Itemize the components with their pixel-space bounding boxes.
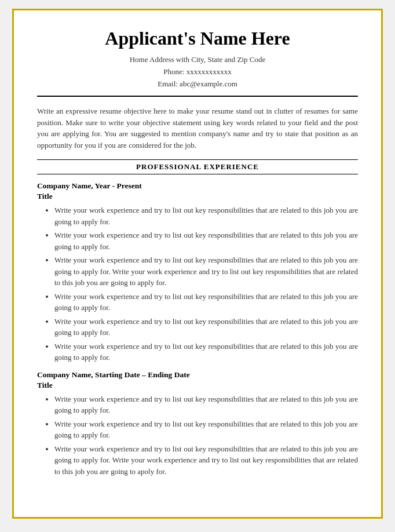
responsibilities-list-1: Write your work experience and try to li… (49, 205, 358, 363)
job-title-1: Title (37, 192, 358, 201)
company-name-1: Company Name, Year - Present (37, 181, 358, 191)
responsibilities-list-2: Write your work experience and try to li… (49, 393, 358, 478)
company-entry-2: Company Name, Starting Date – Ending Dat… (37, 370, 358, 478)
experience-section: Company Name, Year - Present Title Write… (37, 181, 358, 477)
list-item: Write your work experience and try to li… (54, 316, 358, 338)
header-divider (37, 96, 358, 97)
header-section: Applicant's Name Here Home Address with … (37, 28, 358, 90)
phone-line: Phone: xxxxxxxxxxxx (37, 66, 358, 78)
applicant-name: Applicant's Name Here (37, 28, 358, 49)
objective-section: Write an expressive resume objective her… (37, 105, 358, 151)
list-item: Write your work experience and try to li… (54, 229, 358, 252)
address-line: Home Address with City, State and Zip Co… (37, 54, 358, 66)
list-item: Write your work experience and try to li… (54, 393, 358, 416)
list-item: Write your work experience and try to li… (54, 418, 358, 441)
job-title-2: Title (37, 381, 358, 390)
list-item: Write your work experience and try to li… (54, 341, 358, 363)
list-item: Write your work experience and try to li… (54, 254, 358, 289)
company-name-2: Company Name, Starting Date – Ending Dat… (37, 370, 358, 380)
company-entry-1: Company Name, Year - Present Title Write… (37, 181, 358, 363)
professional-experience-header: PROFESSIONAL EXPERIENCE (37, 159, 358, 174)
list-item: Write your work experience and try to li… (54, 205, 358, 227)
email-line: Email: abc@example.com (37, 78, 358, 90)
list-item: Write your work experience and try to li… (54, 291, 358, 314)
resume-document: Applicant's Name Here Home Address with … (12, 9, 383, 519)
contact-info: Home Address with City, State and Zip Co… (37, 54, 358, 90)
objective-text: Write an expressive resume objective her… (37, 105, 358, 151)
list-item: Write your work experience and try to li… (54, 443, 358, 478)
